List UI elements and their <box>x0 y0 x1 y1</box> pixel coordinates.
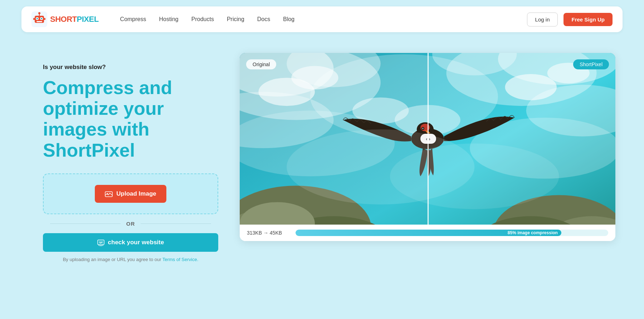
logo-robot-icon <box>31 11 47 27</box>
nav-actions: Log in Free Sign Up <box>527 13 613 26</box>
nav-compress[interactable]: Compress <box>120 16 146 23</box>
hero-section: Is your website slow? Compress and optim… <box>0 39 644 289</box>
svg-rect-6 <box>36 21 42 22</box>
check-website-icon <box>97 239 104 246</box>
arrow-left-icon: ‹ <box>426 136 427 142</box>
terms-text: By uploading an image or URL you agree t… <box>43 257 218 262</box>
or-line-left <box>50 224 121 224</box>
label-shortpixel: ShortPixel <box>573 59 609 69</box>
svg-point-32 <box>505 74 557 100</box>
divider-handle[interactable]: ‹ › <box>420 134 436 144</box>
nav-links: Compress Hosting Products Pricing Docs B… <box>120 16 527 23</box>
image-comparison[interactable]: Original ShortPixel ‹ › <box>240 53 615 225</box>
svg-point-49 <box>390 143 559 209</box>
upload-image-button[interactable]: Upload Image <box>95 185 166 203</box>
progress-track: 85% image compression <box>296 230 608 236</box>
hero-subtitle: Is your website slow? <box>43 64 218 71</box>
upload-icon <box>105 190 113 198</box>
label-original: Original <box>246 59 276 69</box>
nav-pricing[interactable]: Pricing <box>227 16 244 23</box>
nav-docs[interactable]: Docs <box>257 16 270 23</box>
svg-point-47 <box>422 128 424 129</box>
nav-blog[interactable]: Blog <box>283 16 294 23</box>
login-button[interactable]: Log in <box>527 13 558 26</box>
arrow-right-icon: › <box>429 136 430 142</box>
progress-fill: 85% image compression <box>296 230 561 236</box>
svg-point-8 <box>38 12 40 14</box>
hero-left: Is your website slow? Compress and optim… <box>43 53 218 262</box>
signup-button[interactable]: Free Sign Up <box>564 13 613 26</box>
file-sizes: 313KB → 45KB <box>247 230 290 236</box>
or-text: OR <box>126 221 135 227</box>
hero-right: Original ShortPixel ‹ › 313KB → 45KB 85%… <box>240 53 615 241</box>
navbar: SHORTPIXEL Compress Hosting Products Pri… <box>21 6 623 32</box>
compression-bar-container: 313KB → 45KB 85% image compression <box>240 225 615 241</box>
svg-rect-9 <box>33 18 35 20</box>
image-comparison-container: Original ShortPixel ‹ › 313KB → 45KB 85%… <box>240 53 615 241</box>
nav-products[interactable]: Products <box>191 16 214 23</box>
check-website-button[interactable]: check your website <box>43 233 218 252</box>
logo-text: SHORTPIXEL <box>50 15 99 24</box>
or-line-right <box>141 224 211 224</box>
compression-label: 85% image compression <box>508 230 558 235</box>
nav-hosting[interactable]: Hosting <box>159 16 178 23</box>
terms-link[interactable]: Terms of Service. <box>162 257 198 262</box>
upload-box: Upload Image <box>43 173 218 214</box>
comparison-divider: ‹ › <box>428 53 429 225</box>
svg-point-31 <box>291 66 338 90</box>
svg-point-4 <box>36 18 38 19</box>
logo[interactable]: SHORTPIXEL <box>31 11 99 27</box>
svg-point-5 <box>41 18 42 19</box>
hero-title: Compress and optimize your images with S… <box>43 77 218 161</box>
svg-rect-10 <box>44 18 45 20</box>
or-divider: OR <box>43 221 218 227</box>
